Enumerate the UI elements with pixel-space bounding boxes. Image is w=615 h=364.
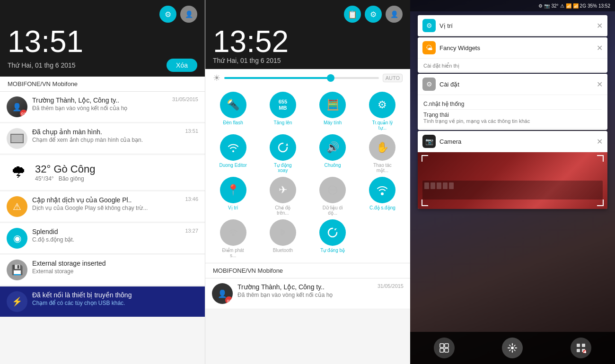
panel-recent-apps: ⚙ 📷 32° ⚠ 📶 📶 2G 35% 13:52 ⚙ Vị trí ✕ (410, 0, 615, 364)
camera-preview (418, 152, 607, 209)
auto-brightness-btn[interactable]: AUTO (383, 74, 403, 82)
tile-sync[interactable]: Tự đồng bộ (310, 219, 356, 258)
tile-touch-circle: ✋ (369, 134, 395, 161)
panel2-notif-time: 31/05/2015 (378, 283, 404, 289)
camera-close-btn[interactable]: ✕ (597, 137, 603, 146)
tile-bluetooth-label: Bluetooth (273, 248, 293, 253)
tile-rotate[interactable]: Tự động xoay (260, 134, 306, 173)
caidat-menu-status[interactable]: Trạng thái Tình trạng về pin, mạng và cá… (423, 110, 602, 126)
brightness-slider[interactable] (224, 77, 379, 79)
notif-external-storage[interactable]: 💾 External storage inserted External sto… (0, 255, 205, 286)
weather-temp: 32° Gò Công (35, 163, 198, 175)
camera-corner-tl (422, 155, 428, 162)
settings-icon[interactable]: ⚙ (159, 6, 176, 23)
nav-recents-btn[interactable] (434, 338, 455, 358)
date-row: Thứ Hai, 01 thg 6 2015 Xóa (8, 59, 197, 72)
camera-app-icon: 📷 (422, 135, 436, 148)
tile-touch-label: Thao tác một... (368, 163, 396, 173)
tile-rotate-circle (270, 134, 296, 161)
app-card-vitri[interactable]: ⚙ Vị trí ✕ (418, 15, 607, 36)
tile-sync-circle (319, 219, 346, 246)
clear-button[interactable]: Xóa (167, 59, 197, 72)
tile-touch[interactable]: ✋ Thao tác một... (360, 134, 405, 173)
panel2-notes-icon[interactable]: 📋 (344, 6, 361, 23)
user-avatar[interactable]: 👤 (180, 6, 197, 23)
tile-bluetooth[interactable]: Bluetooth (260, 219, 306, 258)
caidat-card-header: ⚙ Cài đặt ✕ (418, 74, 607, 95)
tile-location[interactable]: 📍 Vị trí (210, 177, 256, 216)
tile-airplane-circle: ✈ (270, 177, 296, 203)
panel-quick-settings: 📋 ⚙ 👤 13:52 Thứ Hai, 01 thg 6 2015 ☀ AUT… (205, 0, 410, 364)
notif-google-play[interactable]: ⚠ Cập nhật dịch vụ của Google Pl.. Dịch … (0, 191, 205, 222)
tile-wifi[interactable]: Duong Editor (210, 134, 256, 173)
battery-percent: 35% (588, 3, 597, 9)
notif-splendid-content: Splendid C.độ s.động bật. (32, 228, 180, 243)
tile-boost-circle: 655MB (270, 92, 296, 118)
tile-taskman[interactable]: ⚙ Tr.quản lý tự... (360, 92, 405, 130)
tile-data[interactable]: Dữ liệu di dộ... (310, 177, 356, 216)
tile-airplane[interactable]: ✈ Chế độ trên... (260, 177, 306, 216)
panel2-time: 13:52 (213, 26, 403, 57)
app-card-camera[interactable]: 📷 Camera ✕ (418, 131, 607, 209)
nav-grid-btn[interactable] (571, 338, 591, 358)
signal-icon: 📶 (573, 3, 579, 9)
tile-sound[interactable]: 🔊 Chuông (310, 134, 356, 173)
notif-screenshot[interactable]: Đã chụp ảnh màn hình. Chạm để xem ảnh ch… (0, 123, 205, 154)
quick-tiles-grid: 🔦 Đèn flash 655MB Tăng lên 🧮 Máy tính ⚙ … (205, 87, 410, 263)
notification-list: 👤 g+ Trường Thành, Lộc, Công ty.. Đã thê… (0, 92, 205, 364)
svg-rect-7 (577, 344, 580, 347)
app-card-caidat[interactable]: ⚙ Cài đặt ✕ C.nhật hệ thống Trạng thái T… (418, 74, 607, 130)
tile-hotspot[interactable]: Điểm phát s... (210, 219, 256, 258)
notif-splendid[interactable]: ◉ Splendid C.độ s.động bật. 13:27 (0, 223, 205, 254)
tile-data-circle (319, 177, 346, 203)
time-display: 13:51 (8, 26, 197, 57)
tile-csong[interactable]: C.độ s.động (360, 177, 405, 216)
notif-truong-thanh[interactable]: 👤 g+ Trường Thành, Lộc, Công ty.. Đã thê… (0, 92, 205, 122)
notif-weather[interactable]: 🌩 32° Gò Công 45°/34° Bão giông (0, 155, 205, 191)
brightness-row: ☀ AUTO (205, 69, 410, 87)
tile-sound-label: Chuông (325, 163, 341, 168)
vitri-card-header: ⚙ Vị trí ✕ (418, 15, 607, 36)
notif-usb[interactable]: ⚡ Đã kết nối là thiết bị truyền thông Ch… (0, 286, 205, 317)
fancy-close-btn[interactable]: ✕ (597, 43, 603, 52)
tile-calc[interactable]: 🧮 Máy tính (310, 92, 356, 130)
tile-boost[interactable]: 655MB Tăng lên (260, 92, 306, 130)
tile-boost-label: Tăng lên (273, 120, 292, 125)
notif-google-play-time: 13:46 (185, 196, 198, 202)
brightness-low-icon: ☀ (213, 73, 220, 83)
recent-apps-area: ⚙ Vị trí ✕ 🌤 Fancy Widgets ✕ Cài đặt hiể… (410, 11, 615, 332)
tile-hotspot-label: Điểm phát s... (219, 248, 247, 258)
notif-truong-sub: Đã thêm bạn vào vòng kết nối của họ (32, 105, 167, 112)
notif-usb-sub: Chạm để có các tùy chọn USB khác. (32, 300, 198, 306)
app-card-fancy[interactable]: 🌤 Fancy Widgets ✕ Cài đặt hiển thị (418, 37, 607, 73)
svg-rect-4 (440, 348, 444, 352)
panel2-settings-icon[interactable]: ⚙ (365, 6, 382, 23)
tile-location-circle: 📍 (220, 177, 246, 203)
fancy-app-icon: 🌤 (422, 41, 436, 54)
panel2-notif-content: Trường Thành, Lộc, Công ty.. Đã thêm bạn… (237, 283, 373, 298)
camera-corner-br (597, 199, 604, 206)
status-time: 13:52 (598, 3, 610, 9)
tile-csong-label: C.độ s.động (369, 205, 395, 210)
panel2-avatar[interactable]: 👤 (386, 6, 403, 23)
notif-storage-sub: External storage (32, 268, 193, 275)
notif-storage-icon: 💾 (7, 260, 27, 280)
panel2-notif-list: 👤 g+ Trường Thành, Lộc, Công ty.. Đã thê… (205, 278, 410, 364)
panel2-notif-truong[interactable]: 👤 g+ Trường Thành, Lộc, Công ty.. Đã thê… (205, 278, 410, 309)
nav-custom-btn[interactable] (502, 338, 523, 358)
notif-screenshot-sub: Chạm để xem ảnh chụp màn hình của bạn. (32, 137, 180, 143)
wifi-status-icon: 📶 (566, 3, 571, 9)
vitri-close-btn[interactable]: ✕ (597, 21, 603, 30)
tile-flash[interactable]: 🔦 Đèn flash (210, 92, 256, 130)
panel1-header: ⚙ 👤 13:51 Thứ Hai, 01 thg 6 2015 Xóa (0, 0, 205, 77)
caidat-close-btn[interactable]: ✕ (597, 80, 603, 89)
carrier-bar: MOBIFONE/VN Mobifone (0, 77, 205, 92)
notif-screenshot-icon (7, 128, 27, 149)
tile-sync-label: Tự đồng bộ (320, 248, 345, 253)
tile-wifi-circle (220, 134, 246, 161)
status-bar: ⚙ 📷 32° ⚠ 📶 📶 2G 35% 13:52 (410, 0, 615, 11)
svg-rect-8 (582, 344, 585, 347)
notif-usb-title: Đã kết nối là thiết bị truyền thông (32, 291, 198, 299)
caidat-menu-update[interactable]: C.nhật hệ thống (423, 99, 602, 110)
tile-wifi-label: Duong Editor (219, 163, 246, 168)
